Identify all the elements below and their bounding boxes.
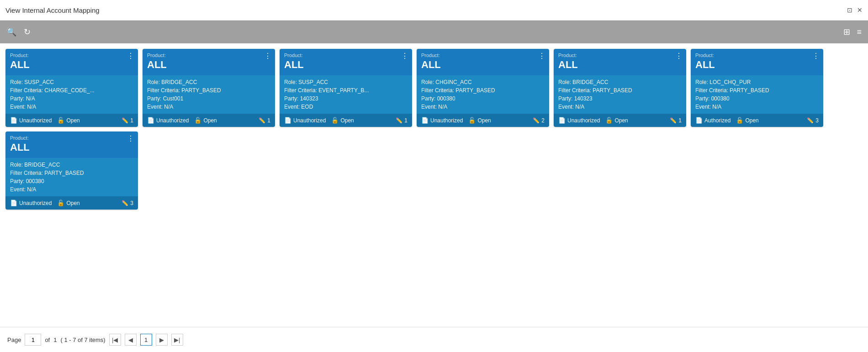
card-header: Product: ALL ⋮ (691, 49, 823, 75)
edit-count[interactable]: ✏️ 3 (807, 117, 819, 124)
party-row: Party: Cust001 (147, 95, 270, 102)
card-menu-button[interactable]: ⋮ (812, 53, 820, 60)
auth-status-badge[interactable]: 📄 Unauthorized (284, 117, 326, 124)
product-value: ALL (10, 59, 133, 71)
open-badge[interactable]: 🔓 Open (736, 117, 758, 124)
card-menu-button[interactable]: ⋮ (401, 53, 408, 60)
auth-status-badge[interactable]: 📄 Authorized (695, 117, 730, 124)
role-row: Role: BRIDGE_ACC (147, 79, 270, 85)
edit-count[interactable]: ✏️ 1 (259, 117, 270, 124)
card-body: Role: SUSP_ACC Filter Criteria: CHARGE_C… (5, 75, 138, 114)
open-label: Open (203, 117, 217, 124)
auth-status-icon: 📄 (10, 117, 17, 124)
open-badge[interactable]: 🔓 Open (194, 117, 217, 124)
auth-status-badge[interactable]: 📄 Unauthorized (147, 117, 189, 124)
grid-view-button[interactable]: ⊞ (843, 27, 850, 37)
filter-criteria-row: Filter Criteria: PARTY_BASED (695, 87, 819, 94)
close-button[interactable]: ✕ (857, 6, 863, 14)
card-menu-button[interactable]: ⋮ (127, 53, 134, 60)
card-footer: 📄 Unauthorized 🔓 Open ✏️ 3 (5, 196, 138, 210)
edit-count-value: 1 (267, 117, 270, 124)
edit-count[interactable]: ✏️ 3 (122, 200, 133, 206)
role-row: Role: BRIDGE_ACC (10, 162, 133, 168)
title-bar: View Internal Account Mapping ⊡ ✕ (0, 0, 868, 21)
filter-criteria-row: Filter Criteria: PARTY_BASED (147, 87, 270, 94)
auth-status-icon: 📄 (284, 117, 291, 124)
event-row: Event: N/A (421, 104, 545, 110)
toolbar-right: ⊞ ≡ (843, 27, 862, 37)
edit-icon: ✏️ (122, 200, 128, 206)
card-body: Role: CHGINC_ACC Filter Criteria: PARTY_… (417, 75, 549, 114)
menu-button[interactable]: ≡ (857, 27, 862, 37)
party-row: Party: 000380 (10, 178, 133, 184)
page-number-input[interactable] (25, 334, 41, 346)
card-header: Product: ALL ⋮ (554, 49, 686, 75)
auth-status-label: Unauthorized (19, 200, 52, 206)
event-row: Event: N/A (147, 104, 270, 110)
page-label: Page (7, 336, 21, 343)
card-menu-button[interactable]: ⋮ (675, 53, 683, 60)
edit-count[interactable]: ✏️ 2 (533, 117, 545, 124)
open-label: Open (66, 117, 79, 124)
card-header: Product: ALL ⋮ (5, 49, 138, 75)
minimize-button[interactable]: ⊡ (847, 6, 852, 14)
footer-left: 📄 Unauthorized 🔓 Open (147, 117, 217, 124)
card-header: Product: ALL ⋮ (417, 49, 549, 75)
edit-count-value: 1 (678, 117, 682, 124)
open-badge[interactable]: 🔓 Open (57, 117, 79, 124)
lock-open-icon: 🔓 (57, 117, 64, 124)
lock-open-icon: 🔓 (468, 117, 476, 124)
last-page-button[interactable]: ▶| (171, 334, 183, 346)
edit-icon: ✏️ (122, 117, 128, 124)
open-badge[interactable]: 🔓 Open (331, 117, 354, 124)
card-menu-button[interactable]: ⋮ (127, 135, 134, 142)
auth-status-icon: 📄 (695, 117, 703, 124)
card-footer: 📄 Unauthorized 🔓 Open ✏️ 1 (280, 114, 412, 127)
open-label: Open (477, 117, 491, 124)
edit-count-value: 2 (541, 117, 545, 124)
auth-status-label: Unauthorized (293, 117, 326, 124)
lock-open-icon: 🔓 (605, 117, 613, 124)
prev-page-button[interactable]: ◀ (125, 334, 137, 346)
auth-status-icon: 📄 (10, 200, 17, 206)
event-row: Event: EOD (284, 104, 408, 110)
open-badge[interactable]: 🔓 Open (57, 200, 79, 206)
refresh-button[interactable]: ↻ (24, 27, 31, 37)
party-row: Party: N/A (10, 95, 133, 102)
edit-count[interactable]: ✏️ 1 (122, 117, 133, 124)
first-page-button[interactable]: |◀ (109, 334, 121, 346)
auth-status-badge[interactable]: 📄 Unauthorized (421, 117, 463, 124)
product-value: ALL (284, 59, 408, 71)
edit-icon: ✏️ (807, 117, 814, 124)
page-title: View Internal Account Mapping (5, 6, 100, 14)
product-label: Product: (421, 53, 545, 58)
open-badge[interactable]: 🔓 Open (468, 117, 491, 124)
card-menu-button[interactable]: ⋮ (538, 53, 545, 60)
auth-status-badge[interactable]: 📄 Unauthorized (558, 117, 600, 124)
card-body: Role: BRIDGE_ACC Filter Criteria: PARTY_… (5, 158, 138, 196)
auth-status-badge[interactable]: 📄 Unauthorized (10, 200, 52, 206)
edit-count[interactable]: ✏️ 1 (670, 117, 682, 124)
product-label: Product: (695, 53, 819, 58)
product-value: ALL (147, 59, 270, 71)
product-label: Product: (147, 53, 270, 58)
edit-count[interactable]: ✏️ 1 (396, 117, 408, 124)
role-row: Role: SUSP_ACC (10, 79, 133, 85)
product-label: Product: (558, 53, 682, 58)
next-page-button[interactable]: ▶ (156, 334, 168, 346)
party-row: Party: 000380 (695, 95, 819, 102)
card-menu-button[interactable]: ⋮ (264, 53, 271, 60)
of-label: of (45, 336, 50, 343)
open-badge[interactable]: 🔓 Open (605, 117, 628, 124)
product-value: ALL (421, 59, 545, 71)
card-item: Product: ALL ⋮ Role: CHGINC_ACC Filter C… (417, 49, 549, 127)
search-button[interactable]: 🔍 (6, 27, 16, 37)
auth-status-badge[interactable]: 📄 Unauthorized (10, 117, 52, 124)
card-body: Role: LOC_CHQ_PUR Filter Criteria: PARTY… (691, 75, 823, 114)
event-row: Event: N/A (558, 104, 682, 110)
role-row: Role: BRIDGE_ACC (558, 79, 682, 85)
total-pages: 1 (53, 336, 57, 343)
card-body: Role: SUSP_ACC Filter Criteria: EVENT_PA… (280, 75, 412, 114)
product-label: Product: (10, 53, 133, 58)
pagination-bar: Page of 1 ( 1 - 7 of 7 items) |◀ ◀ 1 ▶ ▶… (0, 327, 868, 352)
